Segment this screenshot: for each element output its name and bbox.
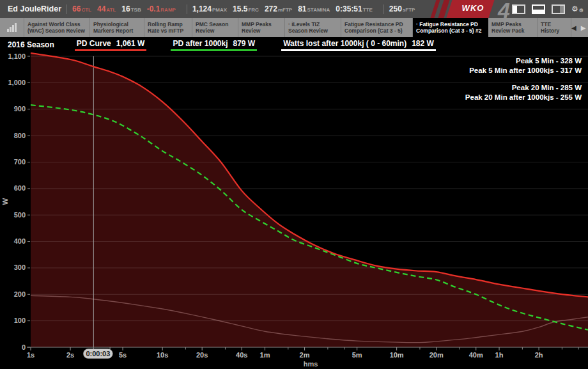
tab-4[interactable]: PMC Season Review: [192, 18, 238, 37]
metric-unit: TSB: [131, 7, 141, 13]
tab-8[interactable]: · Fatigue Resistance PD Comparison (Cat …: [413, 18, 488, 37]
cursor-time-label: 0:00:03: [86, 350, 110, 357]
tab-scroll-left-icon[interactable]: ◀: [571, 24, 576, 31]
metric-value: 81: [298, 4, 306, 13]
x-tick-label: 1h: [495, 351, 504, 359]
metric-value: -0.1: [147, 4, 160, 13]
logo-banner: [446, 0, 494, 18]
metric-unit: sFTP: [403, 7, 415, 13]
metric-ramp: -0.1RAMP: [147, 4, 176, 13]
annotation-line: Peak 20 Min after 1000kjs - 255 W: [465, 93, 582, 102]
y-tick-label: 600: [14, 184, 26, 192]
metric-separator: [66, 4, 67, 14]
annotation-gap: [465, 75, 582, 83]
tab-label: TTE History: [541, 21, 568, 35]
legend-value: 182 W: [412, 39, 434, 48]
tab-scroll-right-icon[interactable]: ▶: [581, 24, 586, 31]
legend-label: PD Curve: [77, 39, 111, 48]
metric-value: 16: [121, 4, 130, 13]
settings-gears-icon[interactable]: ⚙⚙: [571, 5, 583, 13]
metric-value: 44: [97, 4, 105, 13]
tab-3[interactable]: Rolling Ramp Rate vs mFTP: [144, 18, 192, 37]
metric-ctl: 66CTL: [72, 4, 91, 13]
x-tick-label: 1s: [27, 351, 35, 359]
legend-value: 879 W: [233, 39, 256, 48]
metric-value: 15.5: [233, 4, 247, 13]
metric-value: 272: [265, 4, 277, 13]
metric-value: 1,124: [192, 4, 212, 13]
bar-chart-icon: [7, 23, 17, 32]
metric-unit: STAMINA: [307, 7, 330, 13]
window-layout-controls: ⚙⚙: [512, 0, 583, 18]
tab-label: Physiological Markers Report: [93, 21, 141, 35]
tab-1[interactable]: Against World Class (WAC) Season Review: [24, 18, 90, 37]
x-tick-label: 1m: [260, 351, 270, 359]
annotation-line: Peak 20 Min - 285 W: [465, 83, 582, 93]
legend-value: 1,061 W: [116, 39, 145, 48]
legend-watts-lost[interactable]: Watts lost after 1000kj ( 0 - 60min)182 …: [281, 39, 436, 51]
x-tick-label: 2m: [300, 351, 310, 359]
legend-pd-after-1000kj[interactable]: PD after 1000kj879 W: [171, 39, 257, 51]
x-axis-unit-label: hms: [304, 360, 318, 368]
y-tick-label: 0: [22, 343, 26, 351]
reports-chart-icon[interactable]: [0, 18, 24, 37]
y-tick-label: 1,000: [8, 79, 26, 86]
x-tick-label: 2s: [66, 351, 74, 359]
tab-label: · iLevels TIZ Season Review: [288, 21, 337, 35]
y-tick-label: 500: [14, 211, 26, 219]
athlete-metrics: 66CTL44ATL16TSB-0.1RAMP1,124PMAX15.5FRC2…: [61, 4, 421, 14]
x-tick-label: 20s: [196, 351, 208, 359]
pd-curve-chart-area: 01002003004005006007008009001,0001,1001s…: [0, 52, 588, 369]
tab-label: MMP Peaks Review Pack: [491, 21, 534, 35]
metric-unit: mFTP: [278, 7, 292, 13]
annotation-line: Peak 5 Min after 1000kjs - 317 W: [465, 66, 582, 75]
peak-annotations: Peak 5 Min - 328 W Peak 5 Min after 1000…: [465, 56, 582, 102]
y-tick-label: 200: [14, 290, 26, 298]
metric-unit: RAMP: [160, 7, 176, 13]
y-tick-label: 900: [14, 105, 26, 113]
metric-unit: CTL: [81, 7, 91, 13]
x-tick-label: 10s: [157, 351, 168, 359]
metric-value: 250: [389, 4, 402, 13]
layout-horizontal-split-icon[interactable]: [532, 4, 545, 14]
metric-unit: PMAX: [212, 7, 227, 13]
season-title: 2016 Season: [8, 40, 54, 49]
metric-sftp: 250sFTP: [389, 4, 415, 13]
tab-6[interactable]: · iLevels TIZ Season Review: [285, 18, 341, 37]
x-tick-label: 40s: [236, 351, 247, 359]
annotation-line: Peak 5 Min - 328 W: [465, 56, 582, 66]
y-tick-label: 700: [14, 158, 26, 166]
tab-5[interactable]: MMP Peaks Review: [238, 18, 285, 37]
athlete-name[interactable]: Ed JouleRider: [8, 4, 61, 13]
metric-mftp: 272mFTP: [265, 4, 292, 13]
tab-2[interactable]: Physiological Markers Report: [90, 18, 144, 37]
y-tick-label: 100: [14, 317, 26, 324]
x-tick-label: 5m: [352, 351, 362, 359]
tab-label: Against World Class (WAC) Season Review: [27, 21, 86, 35]
logo-text: WKO: [454, 3, 492, 13]
y-tick-label: 1,100: [8, 52, 26, 60]
legend-pd-curve[interactable]: PD Curve1,061 W: [75, 39, 147, 51]
x-tick-label: 5s: [119, 351, 127, 359]
tab-9[interactable]: MMP Peaks Review Pack: [488, 18, 538, 37]
tab-7[interactable]: Fatigue Resistance PD Comparison (Cat 3 …: [341, 18, 413, 37]
report-tab-bar: Against World Class (WAC) Season ReviewP…: [0, 18, 588, 37]
tab-label: · Fatigue Resistance PD Comparison (Cat …: [416, 21, 484, 35]
layout-right-panel-icon[interactable]: [552, 4, 565, 14]
metric-unit: FRC: [248, 7, 258, 13]
y-tick-label: 300: [14, 263, 26, 271]
metric-tsb: 16TSB: [121, 4, 141, 13]
tab-10[interactable]: TTE History: [538, 18, 571, 37]
x-tick-label: 40m: [469, 351, 483, 359]
wko4-logo: WKO 4: [428, 0, 511, 18]
metric-separator: [187, 4, 187, 14]
metric-tte: 0:35:51TTE: [336, 4, 372, 13]
chart-legend-row: 2016 Season PD Curve1,061 W PD after 100…: [0, 37, 588, 52]
metric-unit: ATL: [106, 7, 116, 13]
x-tick-label: 20m: [429, 351, 444, 359]
metric-value: 0:35:51: [336, 4, 362, 13]
layout-left-panel-icon[interactable]: [512, 4, 525, 14]
tab-label: MMP Peaks Review: [242, 21, 281, 35]
logo-stripe: [438, 0, 449, 18]
metric-pmax: 1,124PMAX: [192, 4, 227, 13]
